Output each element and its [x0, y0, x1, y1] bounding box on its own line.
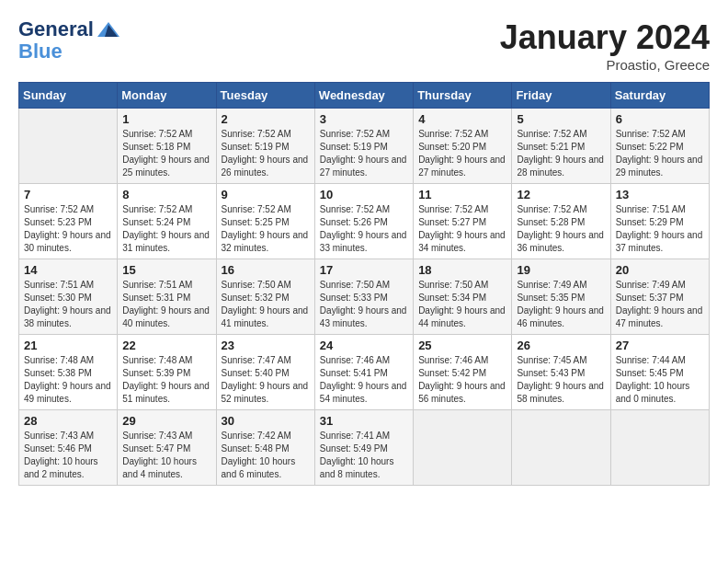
day-number: 23	[222, 339, 310, 352]
day-info: Sunrise: 7:52 AMSunset: 5:28 PMDaylight:…	[517, 203, 605, 255]
day-info: Sunrise: 7:41 AMSunset: 5:49 PMDaylight:…	[320, 430, 408, 481]
calendar-cell: 2Sunrise: 7:52 AMSunset: 5:19 PMDaylight…	[216, 109, 314, 184]
month-title: January 2024	[500, 18, 710, 57]
day-number: 18	[418, 263, 506, 277]
calendar-cell: 16Sunrise: 7:50 AMSunset: 5:32 PMDayligh…	[216, 259, 314, 335]
calendar-cell: 14Sunrise: 7:51 AMSunset: 5:30 PMDayligh…	[19, 259, 118, 335]
calendar-cell	[512, 410, 610, 486]
day-number: 19	[517, 263, 605, 277]
header-day-wednesday: Wednesday	[314, 83, 413, 109]
day-info: Sunrise: 7:52 AMSunset: 5:25 PMDaylight:…	[222, 203, 310, 255]
calendar-cell: 11Sunrise: 7:52 AMSunset: 5:27 PMDayligh…	[414, 184, 512, 259]
calendar-cell: 30Sunrise: 7:42 AMSunset: 5:48 PMDayligh…	[216, 410, 314, 486]
day-info: Sunrise: 7:52 AMSunset: 5:19 PMDaylight:…	[222, 128, 310, 179]
logo-icon	[96, 20, 121, 40]
calendar-cell: 4Sunrise: 7:52 AMSunset: 5:20 PMDaylight…	[414, 109, 512, 184]
calendar-cell: 19Sunrise: 7:49 AMSunset: 5:35 PMDayligh…	[512, 259, 610, 335]
title-block: January 2024 Proastio, Greece	[500, 18, 710, 73]
calendar-cell: 13Sunrise: 7:51 AMSunset: 5:29 PMDayligh…	[610, 184, 709, 259]
logo-text: General	[18, 18, 123, 40]
day-info: Sunrise: 7:52 AMSunset: 5:24 PMDaylight:…	[122, 203, 210, 255]
calendar-cell: 9Sunrise: 7:52 AMSunset: 5:25 PMDaylight…	[216, 184, 314, 259]
day-info: Sunrise: 7:46 AMSunset: 5:42 PMDaylight:…	[418, 354, 506, 406]
calendar-cell: 1Sunrise: 7:52 AMSunset: 5:18 PMDaylight…	[118, 109, 216, 184]
logo: General Blue	[18, 18, 123, 63]
day-number: 25	[418, 339, 506, 352]
day-info: Sunrise: 7:43 AMSunset: 5:46 PMDaylight:…	[24, 430, 112, 481]
day-info: Sunrise: 7:52 AMSunset: 5:21 PMDaylight:…	[517, 128, 605, 179]
week-row-1: 1Sunrise: 7:52 AMSunset: 5:18 PMDaylight…	[19, 109, 710, 184]
day-info: Sunrise: 7:48 AMSunset: 5:39 PMDaylight:…	[122, 354, 210, 406]
calendar-cell: 28Sunrise: 7:43 AMSunset: 5:46 PMDayligh…	[19, 410, 118, 486]
calendar-cell: 10Sunrise: 7:52 AMSunset: 5:26 PMDayligh…	[314, 184, 413, 259]
page-header: General Blue January 2024 Proastio, Gree…	[18, 18, 710, 73]
day-number: 26	[517, 339, 605, 352]
day-number: 29	[122, 414, 210, 428]
day-number: 5	[517, 112, 605, 126]
calendar-cell: 20Sunrise: 7:49 AMSunset: 5:37 PMDayligh…	[610, 259, 709, 335]
day-number: 15	[122, 263, 210, 277]
calendar-cell: 5Sunrise: 7:52 AMSunset: 5:21 PMDaylight…	[512, 109, 610, 184]
day-info: Sunrise: 7:49 AMSunset: 5:35 PMDaylight:…	[517, 279, 605, 330]
calendar-cell: 18Sunrise: 7:50 AMSunset: 5:34 PMDayligh…	[414, 259, 512, 335]
day-number: 2	[222, 112, 310, 126]
calendar-table: SundayMondayTuesdayWednesdayThursdayFrid…	[18, 82, 710, 486]
day-number: 12	[517, 188, 605, 201]
header-row: SundayMondayTuesdayWednesdayThursdayFrid…	[19, 83, 710, 109]
day-number: 21	[24, 339, 112, 352]
day-info: Sunrise: 7:52 AMSunset: 5:27 PMDaylight:…	[418, 203, 506, 255]
day-number: 16	[222, 263, 310, 277]
day-number: 7	[24, 188, 112, 201]
day-info: Sunrise: 7:48 AMSunset: 5:38 PMDaylight:…	[24, 354, 112, 406]
day-number: 22	[122, 339, 210, 352]
day-number: 10	[320, 188, 408, 201]
day-number: 1	[122, 112, 210, 126]
day-number: 31	[320, 414, 408, 428]
week-row-3: 14Sunrise: 7:51 AMSunset: 5:30 PMDayligh…	[19, 259, 710, 335]
day-number: 14	[24, 263, 112, 277]
calendar-cell: 31Sunrise: 7:41 AMSunset: 5:49 PMDayligh…	[314, 410, 413, 486]
day-info: Sunrise: 7:50 AMSunset: 5:32 PMDaylight:…	[222, 279, 310, 330]
week-row-2: 7Sunrise: 7:52 AMSunset: 5:23 PMDaylight…	[19, 184, 710, 259]
subtitle: Proastio, Greece	[500, 57, 710, 73]
calendar-cell	[414, 410, 512, 486]
calendar-cell: 8Sunrise: 7:52 AMSunset: 5:24 PMDaylight…	[118, 184, 216, 259]
header-day-thursday: Thursday	[414, 83, 512, 109]
calendar-cell: 21Sunrise: 7:48 AMSunset: 5:38 PMDayligh…	[19, 335, 118, 410]
calendar-cell: 23Sunrise: 7:47 AMSunset: 5:40 PMDayligh…	[216, 335, 314, 410]
day-info: Sunrise: 7:52 AMSunset: 5:22 PMDaylight:…	[616, 128, 704, 179]
calendar-cell: 7Sunrise: 7:52 AMSunset: 5:23 PMDaylight…	[19, 184, 118, 259]
logo-blue: Blue	[18, 40, 123, 63]
calendar-cell: 3Sunrise: 7:52 AMSunset: 5:19 PMDaylight…	[314, 109, 413, 184]
header-day-saturday: Saturday	[610, 83, 709, 109]
day-info: Sunrise: 7:49 AMSunset: 5:37 PMDaylight:…	[616, 279, 704, 330]
calendar-cell: 27Sunrise: 7:44 AMSunset: 5:45 PMDayligh…	[610, 335, 709, 410]
day-info: Sunrise: 7:47 AMSunset: 5:40 PMDaylight:…	[222, 354, 310, 406]
day-number: 6	[616, 112, 704, 126]
week-row-5: 28Sunrise: 7:43 AMSunset: 5:46 PMDayligh…	[19, 410, 710, 486]
day-number: 8	[122, 188, 210, 201]
calendar-cell	[610, 410, 709, 486]
day-info: Sunrise: 7:51 AMSunset: 5:30 PMDaylight:…	[24, 279, 112, 330]
day-info: Sunrise: 7:51 AMSunset: 5:31 PMDaylight:…	[122, 279, 210, 330]
day-info: Sunrise: 7:43 AMSunset: 5:47 PMDaylight:…	[122, 430, 210, 481]
day-info: Sunrise: 7:52 AMSunset: 5:19 PMDaylight:…	[320, 128, 408, 179]
calendar-cell	[19, 109, 118, 184]
day-number: 27	[616, 339, 704, 352]
day-info: Sunrise: 7:52 AMSunset: 5:26 PMDaylight:…	[320, 203, 408, 255]
calendar-cell: 22Sunrise: 7:48 AMSunset: 5:39 PMDayligh…	[118, 335, 216, 410]
calendar-cell: 15Sunrise: 7:51 AMSunset: 5:31 PMDayligh…	[118, 259, 216, 335]
day-number: 11	[418, 188, 506, 201]
day-info: Sunrise: 7:52 AMSunset: 5:20 PMDaylight:…	[418, 128, 506, 179]
header-day-monday: Monday	[118, 83, 216, 109]
day-info: Sunrise: 7:46 AMSunset: 5:41 PMDaylight:…	[320, 354, 408, 406]
calendar-cell: 17Sunrise: 7:50 AMSunset: 5:33 PMDayligh…	[314, 259, 413, 335]
day-number: 24	[320, 339, 408, 352]
day-number: 28	[24, 414, 112, 428]
day-info: Sunrise: 7:51 AMSunset: 5:29 PMDaylight:…	[616, 203, 704, 255]
calendar-cell: 6Sunrise: 7:52 AMSunset: 5:22 PMDaylight…	[610, 109, 709, 184]
header-day-tuesday: Tuesday	[216, 83, 314, 109]
day-number: 30	[222, 414, 310, 428]
day-number: 17	[320, 263, 408, 277]
header-day-sunday: Sunday	[19, 83, 118, 109]
